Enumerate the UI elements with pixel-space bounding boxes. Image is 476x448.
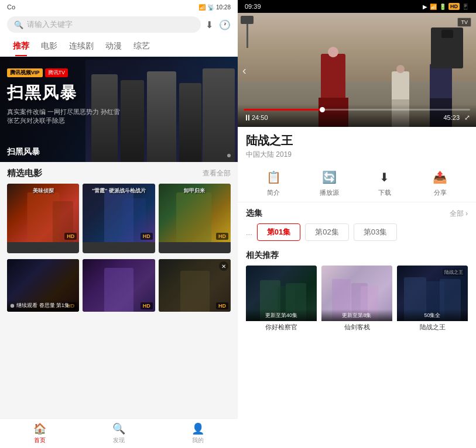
scene-camera [431, 27, 463, 68]
movie-card-2[interactable]: "雷霆" 硬派战斗枪战片 HD 雷霆追击 [83, 184, 155, 253]
search-placeholder: 请输入关键字 [27, 19, 73, 30]
hero-banner[interactable]: 腾讯视频VIP 腾讯TV 扫黑风暴 真实案件改编 一网打尽黑恶势力 孙红雷张艺兴… [0, 57, 238, 162]
video-controls: ⏸ 24:50 45:23 ⤢ [238, 104, 476, 127]
status-bar-left: Co 📶 📡 10:28 [0, 0, 238, 13]
history-icon[interactable]: 🕐 [219, 19, 231, 30]
time-right: 09:39 [245, 3, 261, 10]
hd-status-badge: HD [448, 3, 460, 10]
download-icon: ⬇ [375, 168, 394, 187]
source-label: 播放源 [320, 188, 339, 197]
tab-series[interactable]: 连续剧 [63, 36, 100, 56]
download-icon[interactable]: ⬇ [206, 19, 213, 30]
signal-icon: 📶 [198, 4, 206, 11]
search-actions: ⬇ 🕐 [206, 19, 231, 30]
bottom-nav-profile[interactable]: 👤 我的 [159, 422, 238, 444]
discover-label: 发现 [113, 436, 125, 444]
action-share[interactable]: 📤 分享 [412, 168, 468, 197]
movie-thumb-2: "雷霆" 硬派战斗枪战片 HD [83, 184, 155, 242]
current-time: 24:50 [252, 114, 268, 121]
recommend-section: 相关推荐 更新至第40集 你好检察官 [238, 244, 476, 336]
hero-indicator-dot [227, 154, 231, 157]
back-button[interactable]: ‹ [242, 63, 246, 77]
continue-desc-1: 继续观看 眷思量 第1集 [16, 302, 70, 309]
continue-card-2[interactable]: HD [83, 259, 155, 312]
tv-badge: 腾讯TV [45, 68, 69, 77]
thumb-title-1: 美味侦探 [9, 187, 77, 195]
action-source[interactable]: 🔄 播放源 [302, 168, 357, 197]
recommend-grid: 更新至第40集 你好检察官 更新至第8集 仙剑客栈 [246, 266, 468, 332]
continue-card-3[interactable]: HD ✕ [159, 259, 231, 312]
continue-thumb-2: HD [83, 259, 155, 312]
bottom-nav-home[interactable]: 🏠 首页 [0, 422, 79, 444]
share-label: 分享 [434, 188, 447, 197]
rec-card-1[interactable]: 更新至第40集 你好检察官 [246, 266, 317, 332]
rec-badge-1: 更新至第40集 [246, 309, 317, 321]
rec-card-2[interactable]: 更新至第8集 仙剑客栈 [321, 266, 392, 332]
progress-bar[interactable] [244, 109, 470, 111]
play-pause-button[interactable]: ⏸ [244, 113, 252, 122]
show-info: 陆战之王 中国大陆 2019 [238, 127, 476, 163]
episode-section: 选集 全部 › ... 第01集 第02集 第03集 [238, 202, 476, 244]
continue-section: HD ⏺ 继续观看 眷思量 第1集 HD HD [0, 257, 238, 315]
status-bar-right: 09:39 ▶ 📶 🔋 HD 📱 [238, 0, 476, 13]
rec-badge-3: 50集全 [397, 309, 468, 321]
movie-name-3: 卸甲归来 [159, 244, 231, 253]
rec-thumb-1: 更新至第40集 [246, 266, 317, 321]
movie-thumb-3: 卸甲归来 HD [159, 184, 231, 242]
download-label: 下载 [378, 188, 391, 197]
profile-icon: 👤 [191, 422, 204, 435]
battery-right-icon: 🔋 [439, 4, 446, 10]
hero-main-title: 扫黑风暴 [7, 82, 124, 104]
tab-anime[interactable]: 动漫 [100, 36, 128, 56]
movie-card-3[interactable]: 卸甲归来 HD 卸甲归来 [159, 184, 231, 253]
continue-card-1[interactable]: HD ⏺ 继续观看 眷思量 第1集 [7, 259, 79, 312]
fullscreen-button[interactable]: ⤢ [464, 113, 470, 122]
play-status-icon: ▶ [423, 4, 427, 10]
battery-level-icon: 📱 [462, 4, 469, 10]
show-country: 中国大陆 [246, 150, 274, 158]
progress-dot [320, 107, 325, 112]
movies-section-header: 精选电影 查看全部 [7, 168, 231, 179]
episode-tab-2[interactable]: 第02集 [305, 223, 348, 241]
continue-overlay-1: ⏺ 继续观看 眷思量 第1集 [7, 299, 79, 312]
rec-thumb-3: 陆战之王 50集全 [397, 266, 468, 321]
source-icon: 🔄 [320, 168, 338, 187]
profile-label: 我的 [192, 436, 204, 444]
action-intro[interactable]: 📋 简介 [246, 168, 302, 197]
search-input-wrap[interactable]: 🔍 请输入关键字 [7, 16, 201, 33]
progress-fill [244, 109, 323, 111]
continue-grid: HD ⏺ 继续观看 眷思量 第1集 HD HD [7, 259, 231, 312]
movie-grid: 美味侦探 HD 美味侦探 "雷霆" 硬派战斗枪战片 HD 雷霆追击 [7, 184, 231, 253]
left-panel: Co 📶 📡 10:28 🔍 请输入关键字 ⬇ 🕐 推荐 电影 连续剧 动漫 综… [0, 0, 238, 448]
share-icon: 📤 [431, 168, 450, 187]
rec-card-3[interactable]: 陆战之王 50集全 陆战之王 [397, 266, 468, 332]
time-left: 10:28 [216, 4, 231, 11]
tab-movie[interactable]: 电影 [35, 36, 63, 56]
search-bar: 🔍 请输入关键字 ⬇ 🕐 [0, 13, 238, 36]
rec-name-1: 你好检察官 [246, 323, 317, 332]
show-title: 陆战之王 [246, 133, 468, 149]
discover-icon: 🔍 [112, 422, 125, 435]
episode-all-button[interactable]: 全部 › [450, 209, 468, 219]
tab-recommend[interactable]: 推荐 [7, 36, 35, 56]
tab-variety[interactable]: 综艺 [128, 36, 156, 56]
wifi-right-icon: 📶 [430, 4, 437, 10]
continue-play-icon: ⏺ [9, 302, 15, 309]
action-download[interactable]: ⬇ 下载 [357, 168, 413, 197]
rec-badge-2: 更新至第8集 [321, 309, 392, 321]
status-icons-left: 📶 📡 10:28 [198, 4, 231, 11]
search-icon: 🔍 [14, 20, 23, 29]
episode-tab-3[interactable]: 第03集 [354, 223, 397, 241]
thumb-title-2: "雷霆" 硬派战斗枪战片 [85, 187, 152, 195]
action-buttons: 📋 简介 🔄 播放源 ⬇ 下载 📤 分享 [238, 163, 476, 202]
movie-card-1[interactable]: 美味侦探 HD 美味侦探 [7, 184, 79, 253]
total-time: 45:23 [443, 114, 460, 121]
close-card-button[interactable]: ✕ [219, 261, 228, 271]
movies-section-more[interactable]: 查看全部 [203, 168, 231, 178]
bottom-nav-discover[interactable]: 🔍 发现 [79, 422, 158, 444]
rec-name-2: 仙剑客栈 [321, 323, 392, 332]
episode-dots: ... [246, 228, 252, 237]
video-player[interactable]: ‹ TV ⏸ 24:50 45:23 ⤢ [238, 13, 476, 127]
continue-hd-2: HD [141, 302, 153, 309]
episode-tab-1[interactable]: 第01集 [257, 223, 300, 241]
